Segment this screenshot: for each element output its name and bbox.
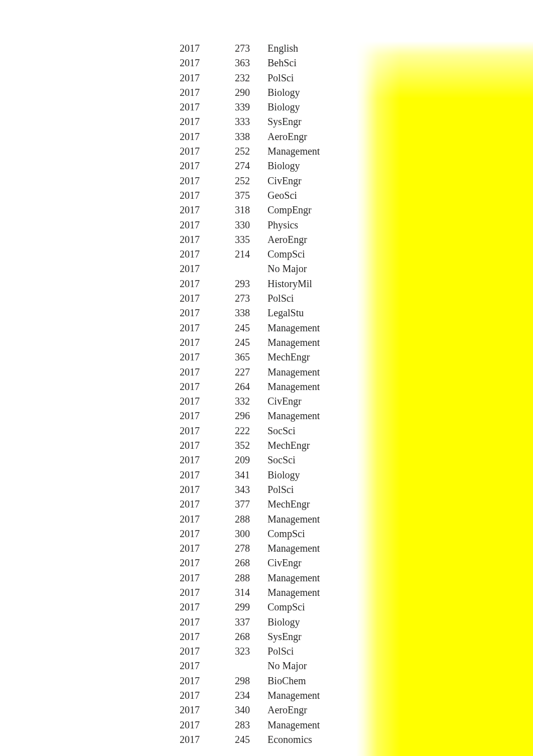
major-cell: PolSci <box>250 644 294 659</box>
number-cell: 298 <box>200 674 250 688</box>
year-cell: 2017 <box>0 718 200 732</box>
number-cell: 318 <box>200 203 250 217</box>
year-cell: 2017 <box>0 571 200 585</box>
year-cell: 2017 <box>0 291 200 306</box>
year-cell: 2017 <box>0 380 200 394</box>
major-cell: Economics <box>250 732 312 747</box>
number-cell: 278 <box>200 541 250 556</box>
year-cell: 2017 <box>0 512 200 527</box>
number-cell: 340 <box>200 703 250 717</box>
table-row: 2017338LegalStu <box>0 306 356 320</box>
table-row: 2017330Physics <box>0 218 356 232</box>
number-cell: 245 <box>200 321 250 335</box>
major-cell: Biology <box>250 159 300 173</box>
number-cell: 323 <box>200 644 250 659</box>
table-row: 2017341Biology <box>0 468 356 482</box>
number-cell: 338 <box>200 130 250 144</box>
number-cell: 290 <box>200 85 250 100</box>
major-cell: Management <box>250 144 320 159</box>
major-cell: GeoSci <box>250 188 297 203</box>
number-cell: 338 <box>200 306 250 320</box>
number-cell: 343 <box>200 482 250 497</box>
major-cell: Management <box>250 409 320 423</box>
number-cell: 273 <box>200 41 250 56</box>
table-row: 2017245Management <box>0 321 356 335</box>
year-cell: 2017 <box>0 71 200 85</box>
year-cell: 2017 <box>0 688 200 703</box>
year-cell: 2017 <box>0 159 200 173</box>
table-row: 2017352MechEngr <box>0 438 356 453</box>
table-row: 2017299CompSci <box>0 600 356 614</box>
year-cell: 2017 <box>0 365 200 380</box>
major-cell: CivEngr <box>250 556 302 570</box>
number-cell: 335 <box>200 232 250 247</box>
table-row: 2017No Major <box>0 659 356 673</box>
table-row: 2017214CompSci <box>0 247 356 262</box>
year-cell: 2017 <box>0 468 200 482</box>
number-cell: 268 <box>200 629 250 644</box>
number-cell: 300 <box>200 527 250 541</box>
year-cell: 2017 <box>0 41 200 56</box>
table-row: 2017288Management <box>0 512 356 527</box>
number-cell: 299 <box>200 600 250 614</box>
year-cell: 2017 <box>0 188 200 203</box>
major-cell: Management <box>250 585 320 600</box>
major-cell: Management <box>250 335 320 350</box>
table-row: 2017290Biology <box>0 85 356 100</box>
number-cell: 332 <box>200 394 250 409</box>
number-cell: 314 <box>200 585 250 600</box>
year-cell: 2017 <box>0 262 200 276</box>
table-row: 2017264Management <box>0 380 356 394</box>
year-cell: 2017 <box>0 732 200 747</box>
table-row: 2017363BehSci <box>0 56 356 70</box>
table-row: 2017227Management <box>0 365 356 380</box>
major-cell: No Major <box>250 262 307 276</box>
table-row: 2017268CivEngr <box>0 556 356 570</box>
year-cell: 2017 <box>0 453 200 467</box>
major-cell: MechEngr <box>250 497 310 512</box>
year-cell: 2017 <box>0 218 200 232</box>
year-cell: 2017 <box>0 703 200 717</box>
table-row: 2017338AeroEngr <box>0 130 356 144</box>
number-cell: 227 <box>200 365 250 380</box>
table-row: 2017335AeroEngr <box>0 232 356 247</box>
table-row: 2017252CivEngr <box>0 174 356 188</box>
number-cell: 214 <box>200 247 250 262</box>
major-cell: MechEngr <box>250 350 310 364</box>
number-cell: 377 <box>200 497 250 512</box>
table-row: 2017332CivEngr <box>0 394 356 409</box>
table-row: 2017314Management <box>0 585 356 600</box>
major-cell: MechEngr <box>250 438 310 453</box>
page: 2017273English2017363BehSci2017232PolSci… <box>0 0 533 756</box>
number-cell: 333 <box>200 114 250 129</box>
year-cell: 2017 <box>0 674 200 688</box>
major-cell: CompSci <box>250 527 305 541</box>
year-cell: 2017 <box>0 203 200 217</box>
table-row: 2017273PolSci <box>0 291 356 306</box>
number-cell: 245 <box>200 335 250 350</box>
major-cell: Management <box>250 321 320 335</box>
table-row: 2017296Management <box>0 409 356 423</box>
major-cell: SocSci <box>250 453 296 467</box>
major-cell: PolSci <box>250 291 294 306</box>
major-cell: SocSci <box>250 424 296 438</box>
major-cell: SysEngr <box>250 114 302 129</box>
year-cell: 2017 <box>0 335 200 350</box>
year-cell: 2017 <box>0 247 200 262</box>
major-cell: SysEngr <box>250 629 302 644</box>
year-cell: 2017 <box>0 85 200 100</box>
year-cell: 2017 <box>0 629 200 644</box>
table-row: 2017293HistoryMil <box>0 277 356 291</box>
major-cell: LegalStu <box>250 306 304 320</box>
year-cell: 2017 <box>0 130 200 144</box>
table-row: 2017300CompSci <box>0 527 356 541</box>
number-cell: 339 <box>200 100 250 114</box>
table-row: 2017333SysEngr <box>0 114 356 129</box>
major-cell: English <box>250 41 298 56</box>
year-cell: 2017 <box>0 277 200 291</box>
major-cell: CivEngr <box>250 174 302 188</box>
year-cell: 2017 <box>0 114 200 129</box>
number-cell: 365 <box>200 350 250 364</box>
year-cell: 2017 <box>0 527 200 541</box>
year-cell: 2017 <box>0 438 200 453</box>
